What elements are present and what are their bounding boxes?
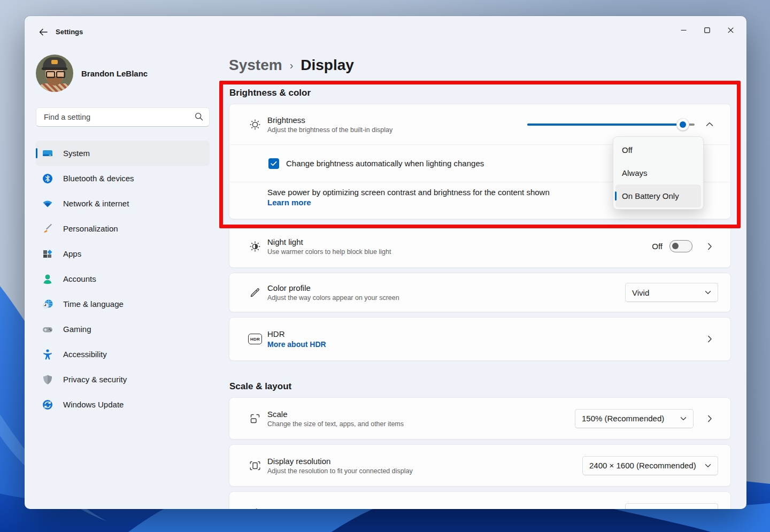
checkmark-icon: [271, 161, 277, 166]
search-input[interactable]: [43, 108, 189, 126]
minimize-icon: [681, 27, 687, 33]
scale-row[interactable]: Scale Change the size of text, apps, and…: [229, 397, 731, 440]
window-title: Settings: [56, 28, 83, 36]
search-icon: [195, 112, 203, 121]
sidebar-item-system[interactable]: System: [36, 141, 210, 166]
color-profile-select[interactable]: Vivid: [625, 283, 718, 302]
scale-select[interactable]: 150% (Recommended): [575, 409, 694, 428]
hdr-title: HDR: [267, 329, 326, 338]
selected-indicator-pill: [36, 148, 37, 158]
sidebar-item-label: Windows Update: [63, 400, 124, 409]
save-power-text: Save power by optimizing screen contrast…: [267, 188, 550, 197]
sidebar-item-label: Apps: [63, 249, 81, 258]
sidebar-nav: System Bluetooth & devices Network & int…: [36, 141, 210, 417]
sidebar-item-label: System: [63, 149, 90, 158]
more-about-hdr-link[interactable]: More about HDR: [267, 340, 326, 349]
display-resolution-subtitle: Adjust the resolution to fit your connec…: [267, 467, 413, 475]
sidebar-item-windows-update[interactable]: Windows Update: [36, 392, 210, 417]
brightness-options-flyout: Off Always On Battery Only: [613, 136, 704, 210]
learn-more-link[interactable]: Learn more: [267, 198, 311, 207]
display-orientation-icon: [248, 506, 262, 510]
accounts-icon: [42, 273, 53, 285]
page-title: Display: [301, 57, 354, 74]
search-box: [36, 107, 210, 127]
apps-icon: [42, 248, 53, 260]
hdr-icon: HDR: [248, 334, 262, 344]
auto-brightness-checkbox[interactable]: [268, 158, 279, 169]
sidebar-item-bluetooth-devices[interactable]: Bluetooth & devices: [36, 166, 210, 191]
wifi-icon: [42, 198, 53, 210]
titlebar: Settings: [25, 16, 746, 42]
paintbrush-icon: [42, 223, 53, 235]
user-profile[interactable]: Brandon LeBlanc: [36, 55, 210, 92]
display-resolution-icon: [248, 459, 262, 472]
gaming-icon: [42, 323, 53, 335]
selected-indicator-pill: [615, 191, 617, 201]
flyout-option-off[interactable]: Off: [615, 138, 701, 161]
brightness-icon: [248, 118, 262, 131]
shield-icon: [42, 374, 53, 385]
minimize-button[interactable]: [672, 20, 695, 40]
back-button[interactable]: [34, 25, 52, 40]
chevron-down-icon: [705, 290, 711, 295]
sidebar-item-gaming[interactable]: Gaming: [36, 317, 210, 342]
brightness-collapse-button[interactable]: [701, 116, 718, 133]
time-language-icon: [42, 298, 53, 310]
display-resolution-row: Display resolution Adjust the resolution…: [229, 444, 731, 487]
flyout-option-always[interactable]: Always: [615, 161, 701, 184]
display-orientation-value: Landscape: [632, 508, 671, 509]
section-header-brightness-color: Brightness & color: [229, 88, 731, 98]
avatar: [36, 55, 73, 92]
display-resolution-select[interactable]: 2400 × 1600 (Recommended): [582, 456, 718, 475]
display-orientation-title: Display orientation: [267, 508, 333, 509]
scale-open-button[interactable]: [701, 410, 718, 427]
flyout-option-label: Always: [622, 168, 648, 178]
bluetooth-icon: [42, 173, 53, 184]
sidebar-item-label: Privacy & security: [63, 375, 127, 384]
flyout-option-label: On Battery Only: [622, 191, 679, 201]
sidebar-item-label: Time & language: [63, 299, 124, 309]
display-resolution-title: Display resolution: [267, 457, 413, 466]
flyout-option-on-battery-only[interactable]: On Battery Only: [615, 184, 701, 207]
close-button[interactable]: [719, 20, 742, 40]
brightness-slider-fill: [527, 124, 683, 126]
hdr-row[interactable]: HDR HDR More about HDR: [229, 317, 731, 361]
toggle-knob: [672, 243, 679, 249]
night-light-title: Night light: [267, 237, 391, 246]
brightness-slider[interactable]: [527, 119, 695, 130]
scale-subtitle: Change the size of text, apps, and other…: [267, 420, 404, 428]
scale-icon: [248, 412, 262, 425]
main-content: System › Display Brightness & color Brig…: [229, 42, 731, 509]
night-light-open-button[interactable]: [701, 238, 718, 255]
color-profile-icon: [248, 286, 262, 299]
profile-name: Brandon LeBlanc: [81, 69, 148, 78]
chevron-down-icon: [680, 417, 687, 421]
maximize-button[interactable]: [695, 20, 719, 40]
sidebar-item-label: Accessibility: [63, 350, 107, 359]
brightness-slider-thumb[interactable]: [677, 119, 689, 130]
sidebar-item-apps[interactable]: Apps: [36, 241, 210, 266]
chevron-right-icon: [707, 415, 712, 422]
accessibility-icon: [42, 349, 53, 360]
sidebar-item-accounts[interactable]: Accounts: [36, 266, 210, 291]
sidebar-item-time-language[interactable]: Time & language: [36, 291, 210, 317]
sidebar-item-accessibility[interactable]: Accessibility: [36, 342, 210, 367]
chevron-right-icon: [707, 243, 712, 250]
back-arrow-icon: [39, 28, 48, 36]
night-light-toggle[interactable]: [669, 240, 692, 252]
color-profile-title: Color profile: [267, 283, 399, 292]
breadcrumb-parent[interactable]: System: [229, 57, 282, 74]
sidebar-item-privacy-security[interactable]: Privacy & security: [36, 367, 210, 392]
night-light-toggle-state: Off: [652, 242, 663, 251]
display-orientation-select[interactable]: Landscape: [625, 503, 718, 510]
sidebar-item-label: Network & internet: [63, 199, 129, 208]
night-light-row[interactable]: Night light Use warmer colors to help bl…: [229, 225, 731, 268]
maximize-icon: [704, 27, 710, 33]
night-light-subtitle: Use warmer colors to help block blue lig…: [267, 248, 391, 256]
breadcrumb-separator-icon: ›: [290, 59, 294, 72]
sidebar-item-network-internet[interactable]: Network & internet: [36, 191, 210, 216]
sidebar-item-label: Personalization: [63, 224, 118, 233]
sidebar-item-personalization[interactable]: Personalization: [36, 216, 210, 241]
section-header-scale-layout: Scale & layout: [229, 381, 731, 392]
hdr-open-button[interactable]: [701, 330, 718, 348]
